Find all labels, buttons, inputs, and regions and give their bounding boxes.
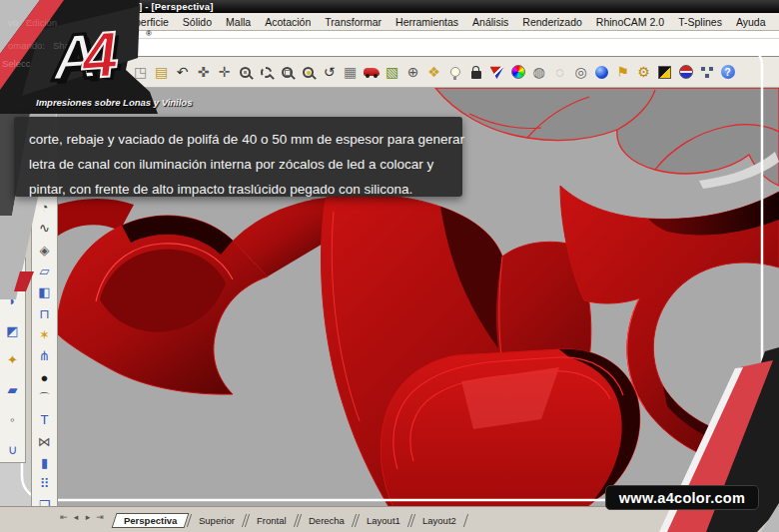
website-badge[interactable]: www.a4color.com (605, 485, 759, 510)
a4color-promo-screenshot: o] - [Perspectiva] perficieSólidoMallaAc… (0, 0, 779, 532)
website-url: www.a4color.com (619, 490, 745, 506)
corner-design-bottomright (0, 0, 779, 532)
